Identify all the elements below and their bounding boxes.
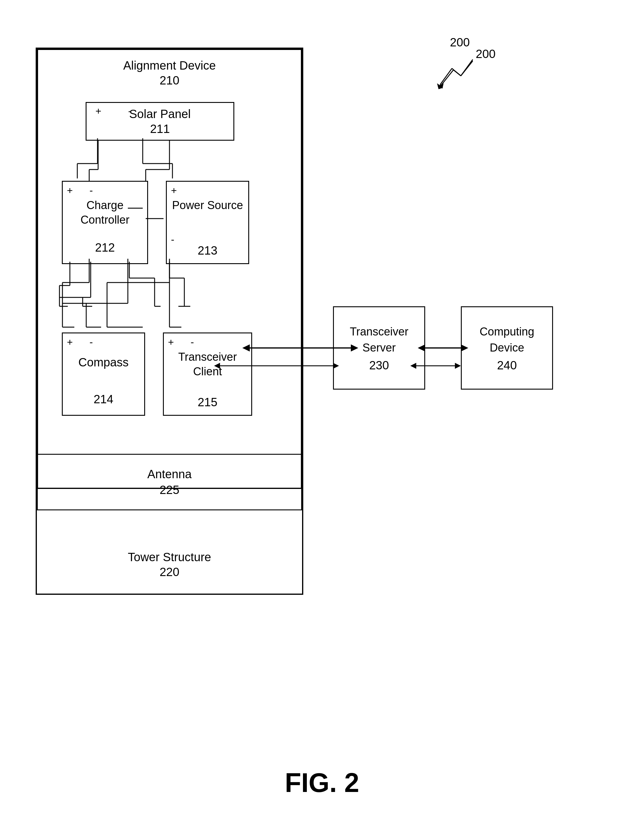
alignment-device-number: 210 (38, 74, 301, 87)
computing-device-box: Computing Device 240 (461, 306, 553, 390)
compass-box: + - Compass 214 (62, 333, 145, 416)
charge-controller-number: 212 (63, 241, 147, 254)
svg-line-33 (454, 70, 461, 76)
compass-label: Compass (63, 356, 144, 369)
solar-panel-number: 211 (86, 122, 233, 136)
power-source-number: 213 (167, 244, 248, 257)
alignment-device-label: Alignment Device (38, 59, 301, 72)
transceiver-server-number: 230 (369, 359, 389, 372)
compass-minus: - (89, 336, 93, 348)
svg-line-32 (461, 61, 473, 76)
svg-text:200: 200 (476, 47, 496, 60)
compass-number: 214 (63, 393, 144, 406)
tc-minus: - (190, 336, 194, 348)
ps-label: Power Source (167, 198, 248, 213)
computing-device-label: Computing Device (462, 324, 552, 356)
cc-plus: + (67, 185, 73, 196)
svg-line-1 (452, 68, 461, 76)
solar-panel-label: Solar Panel (86, 107, 233, 121)
ps-plus: + (171, 185, 177, 196)
compass-plus: + (67, 336, 73, 348)
transceiver-server-box: Transceiver Server 230 (333, 306, 425, 390)
tc-plus: + (168, 336, 174, 348)
svg-marker-29 (455, 363, 461, 369)
transceiver-client-label: Transceiver Client (164, 350, 251, 379)
tower-structure-box: Tower Structure 220 Antenna 225 Alignmen… (36, 48, 303, 595)
charge-controller-box: + - Charge Controller 212 (62, 181, 148, 264)
fig-label: FIG. 2 (0, 768, 644, 798)
alignment-device-box: Alignment Device 210 + - Solar Panel 211… (37, 49, 302, 489)
svg-marker-3 (437, 83, 443, 89)
svg-line-34 (442, 70, 454, 85)
svg-marker-35 (439, 83, 444, 89)
tower-structure-label: Tower Structure (37, 551, 302, 564)
computing-device-number: 240 (497, 359, 517, 372)
transceiver-server-label: Transceiver Server (334, 324, 424, 356)
power-source-box: + Power Source - 213 (166, 181, 249, 264)
svg-line-0 (461, 60, 473, 76)
solar-panel-box: + - Solar Panel 211 (86, 102, 234, 141)
cc-minus: - (89, 185, 93, 196)
transceiver-client-number: 215 (164, 396, 251, 409)
ref-200: 200 (450, 36, 470, 49)
transceiver-client-box: + - Transceiver Client 215 (163, 333, 252, 416)
tower-structure-number: 220 (37, 565, 302, 579)
charge-controller-label: Charge Controller (63, 198, 147, 227)
svg-line-2 (440, 68, 452, 85)
diagram-area: 200 Tower Structure 220 Antenna 225 Alig… (18, 24, 624, 678)
